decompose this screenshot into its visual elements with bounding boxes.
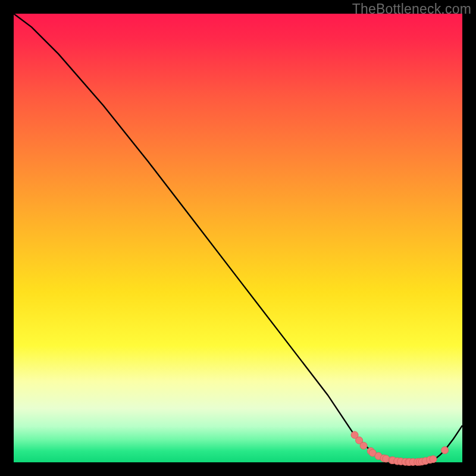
data-marker — [360, 442, 367, 449]
bottleneck-curve-chart — [14, 14, 462, 462]
plot-area — [14, 14, 462, 462]
curve-markers — [351, 431, 449, 465]
watermark-text: TheBottleneck.com — [352, 1, 471, 17]
curve-line — [14, 14, 462, 462]
data-marker — [430, 456, 437, 463]
data-marker — [441, 447, 449, 454]
